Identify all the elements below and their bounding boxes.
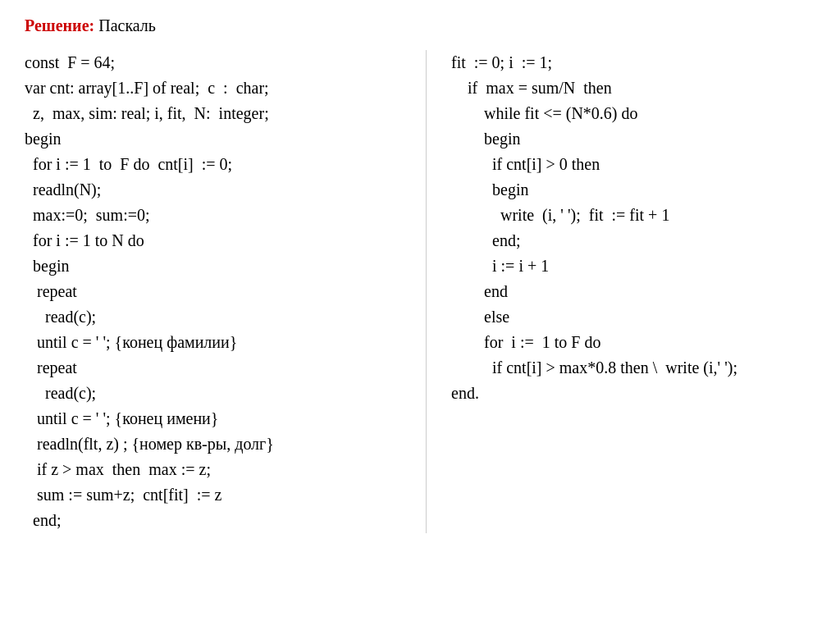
right-code-line: if cnt[i] > max*0.8 then \ write (i,' ')…	[451, 355, 815, 381]
right-code-block: fit := 0; i := 1; if max = sum/N then wh…	[451, 50, 815, 406]
right-code-line: i := i + 1	[451, 253, 815, 279]
right-code-line: if max = sum/N then	[451, 75, 815, 101]
right-code-line: for i := 1 to F do	[451, 330, 815, 355]
right-code-line: if cnt[i] > 0 then	[451, 152, 815, 177]
content: const F = 64;var cnt: array[1..F] of rea…	[25, 50, 815, 533]
left-code-line: read(c);	[25, 304, 409, 330]
left-code-line: for i := 1 to N do	[25, 228, 409, 253]
left-code-line: max:=0; sum:=0;	[25, 203, 409, 228]
left-code-line: readln(flt, z) ; {номер кв-ры, долг}	[25, 431, 409, 457]
left-code-line: for i := 1 to F do cnt[i] := 0;	[25, 152, 409, 177]
left-code-line: sum := sum+z; cnt[fit] := z	[25, 482, 409, 508]
solution-bold-label: Решение:	[25, 16, 94, 34]
left-code-line: z, max, sim: real; i, fit, N: integer;	[25, 101, 409, 126]
left-code-line: until c = ' '; {конец имени}	[25, 406, 409, 431]
right-code-line: end	[451, 279, 815, 304]
left-code-line: begin	[25, 126, 409, 152]
left-code-line: repeat	[25, 279, 409, 304]
left-code-line: begin	[25, 253, 409, 279]
left-code-line: repeat	[25, 355, 409, 381]
left-column: const F = 64;var cnt: array[1..F] of rea…	[25, 50, 427, 533]
left-code-line: end;	[25, 508, 409, 533]
language-label: Паскаль	[94, 16, 156, 34]
right-code-line: end.	[451, 381, 815, 406]
header: Решение: Паскаль	[25, 16, 815, 35]
left-code-line: const F = 64;	[25, 50, 409, 75]
right-code-line: end;	[451, 228, 815, 253]
left-code-line: until c = ' '; {конец фамилии}	[25, 330, 409, 355]
left-code-line: read(c);	[25, 381, 409, 406]
right-code-line: begin	[451, 126, 815, 152]
right-code-line: begin	[451, 177, 815, 203]
right-column: fit := 0; i := 1; if max = sum/N then wh…	[427, 50, 815, 533]
right-code-line: fit := 0; i := 1;	[451, 50, 815, 75]
right-code-line: else	[451, 304, 815, 330]
left-code-line: var cnt: array[1..F] of real; c : char;	[25, 75, 409, 101]
right-code-line: write (i, ' '); fit := fit + 1	[451, 203, 815, 228]
right-code-line: while fit <= (N*0.6) do	[451, 101, 815, 126]
left-code-block: const F = 64;var cnt: array[1..F] of rea…	[25, 50, 409, 533]
left-code-line: if z > max then max := z;	[25, 457, 409, 482]
left-code-line: readln(N);	[25, 177, 409, 203]
